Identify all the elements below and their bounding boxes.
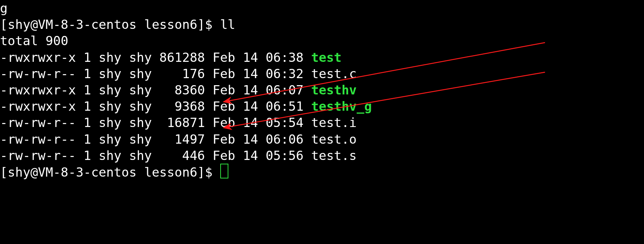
shell-prompt: [shy@VM-8-3-centos lesson6]$ [0, 164, 220, 179]
ls-row: -rwxrwxr-x 1 shy shy 8360 Feb 14 06:07 t… [0, 82, 644, 98]
file-name: test.i [311, 115, 357, 130]
ls-row-meta: -rw-rw-r-- 1 shy shy 1497 Feb 14 06:06 [0, 132, 311, 147]
ls-row-meta: -rwxrwxr-x 1 shy shy 861288 Feb 14 06:38 [0, 50, 311, 65]
shell-prompt: [shy@VM-8-3-centos lesson6]$ [0, 17, 220, 32]
ls-row-meta: -rwxrwxr-x 1 shy shy 9368 Feb 14 06:51 [0, 99, 311, 114]
ls-row: -rwxrwxr-x 1 shy shy 861288 Feb 14 06:38… [0, 49, 644, 66]
file-name: test [311, 50, 341, 65]
file-name: testhv [311, 83, 357, 97]
text-fragment: g [0, 1, 7, 16]
ls-row: -rw-rw-r-- 1 shy shy 1497 Feb 14 06:06 t… [0, 131, 644, 147]
file-name: testhv_g [311, 99, 372, 114]
prompt-line[interactable]: [shy@VM-8-3-centos lesson6]$ [0, 164, 644, 180]
partial-line: g [0, 0, 644, 16]
terminal-output[interactable]: g[shy@VM-8-3-centos lesson6]$ lltotal 90… [0, 0, 644, 180]
prompt-line: [shy@VM-8-3-centos lesson6]$ ll [0, 16, 644, 33]
total-line: total 900 [0, 33, 644, 49]
ls-row-meta: -rw-rw-r-- 1 shy shy 446 Feb 14 05:56 [0, 148, 311, 163]
cursor-icon [220, 164, 229, 178]
total-text: total 900 [0, 33, 68, 48]
ls-row: -rw-rw-r-- 1 shy shy 176 Feb 14 06:32 te… [0, 66, 644, 82]
ls-row-meta: -rw-rw-r-- 1 shy shy 176 Feb 14 06:32 [0, 66, 311, 81]
command-ll: ll [220, 17, 235, 32]
file-name: test.o [311, 132, 357, 147]
ls-row-meta: -rwxrwxr-x 1 shy shy 8360 Feb 14 06:07 [0, 83, 311, 97]
ls-row: -rw-rw-r-- 1 shy shy 16871 Feb 14 05:54 … [0, 114, 644, 131]
ls-row: -rwxrwxr-x 1 shy shy 9368 Feb 14 06:51 t… [0, 98, 644, 114]
file-name: test.s [311, 148, 357, 163]
ls-row: -rw-rw-r-- 1 shy shy 446 Feb 14 05:56 te… [0, 147, 644, 164]
file-name: test.c [311, 66, 357, 81]
ls-row-meta: -rw-rw-r-- 1 shy shy 16871 Feb 14 05:54 [0, 115, 311, 130]
